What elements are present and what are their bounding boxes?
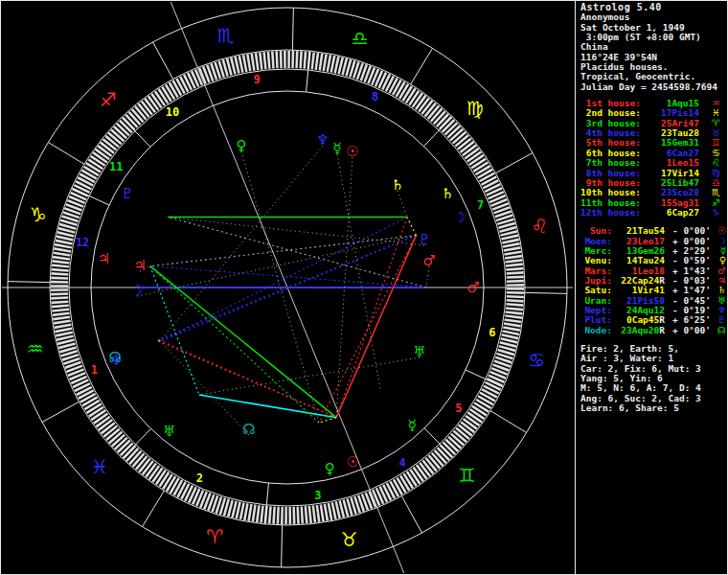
sign-glyph-aries: ♈ [206,525,223,548]
sign-glyph-virgo: ♍ [466,97,484,120]
sign-boundary [292,8,293,50]
sign-glyph-leo: ♌ [531,215,548,238]
house-cusp-value: 1Leo15 [644,158,699,168]
planet-glyph-moon: ☽ [453,209,466,226]
sign-boundary [495,153,533,173]
pointer-line-node [159,340,249,435]
house-cusp-list: 1st house:1Aqu15♒ 2nd house:17Pis14♓ 3rd… [580,99,725,218]
planet-glyph-ven: ♀ [325,460,335,477]
pointer-line-sat [398,191,407,218]
planet-glyph-displaced-sun: ☉ [346,143,358,160]
planet-glyph-plu: ♇ [121,185,133,202]
planet-glyph-displaced-merc: ☿ [332,140,341,157]
aspect-line-moon-jup [150,236,417,266]
julian-day: Julian Day = 2454598.7694 [580,82,725,92]
sign-boundary [8,282,50,283]
sign-glyph-icon: ♑ [699,208,720,218]
planet-velocity: + 0°00' [665,326,711,335]
sign-boundary [153,42,173,80]
house-number-10: 10 [166,105,179,119]
planet-glyph-displaced-moon: ☽ [130,282,143,299]
stat-row-6: Learn: 6, Share: 5 [580,403,725,413]
house-number-11: 11 [109,160,123,173]
planet-glyph-displaced-ura: ♅ [413,343,425,360]
sign-boundary [143,491,165,527]
planet-glyph-jup: ♃ [98,250,110,267]
planet-glyph-mars: ♂ [466,279,479,296]
aspect-line-moon-sat [407,218,416,236]
aspect-line-sat-nep [159,218,407,342]
sign-glyph-aquarius: ♒ [27,337,44,360]
planet-glyph-sun: ☉ [347,453,359,471]
sign-boundary [42,402,80,422]
planet-glyph-displaced-ven: ♀ [237,137,247,154]
planet-glyph-displaced-jup: ♃ [133,257,146,274]
sign-boundary [411,48,433,84]
pointer-line-ura [199,357,420,395]
planet-glyph-displaced-sat: ♄ [391,176,403,194]
chart-wheel-panel: ♈♉♊♋♌♍♎♏♐♑♒♓123456789101112☉☉☽☽☿☿♀♀♂♂♃♃♄… [0,0,575,575]
planet-glyph-merc: ☿ [408,417,417,434]
house-row-12: 12th house:6Cap27♑ [580,208,725,218]
planet-label: Node: [580,326,612,335]
sign-boundary [282,525,283,567]
planet-position: 23Aqu20R [612,326,665,335]
house-number-4: 4 [398,456,405,470]
sidebar: Astrolog 5.40 Anonymous Sat October 1, 1… [575,0,727,575]
planet-glyph-sat: ♄ [442,185,454,202]
house-row-7: 7th house:1Leo15♌ [580,158,725,168]
planet-glyph-displaced-node: ☊ [242,421,255,438]
sign-boundary [401,495,421,533]
house-label: 12th house: [580,208,644,218]
sign-glyph-scorpio: ♏ [217,24,235,47]
house-number-1: 1 [91,363,98,377]
sign-glyph-capricorn: ♑ [30,203,47,226]
aspect-line-sun-ven [319,418,336,424]
planet-glyph-displaced-nep: ♆ [316,131,329,149]
sign-glyph-gemini: ♊ [458,464,475,487]
house-number-8: 8 [372,90,378,104]
planet-row-Node: Node:23Aqu20R+ 0°00'☊ [580,326,725,335]
sign-boundary [490,411,527,433]
sign-glyph-cancer: ♋ [528,349,545,372]
pointer-line-mars [426,266,429,288]
planet-glyph-ura: ♅ [163,423,175,440]
house-number-9: 9 [253,73,260,86]
sign-boundary [48,143,84,165]
sign-boundary [525,292,567,293]
house-label: 7th house: [580,158,644,168]
astrolog-window: ♈♉♊♋♌♍♎♏♐♑♒♓123456789101112☉☉☽☽☿☿♀♀♂♂♃♃♄… [0,0,728,575]
planet-glyph-displaced-mars: ♂ [422,252,435,269]
house-row-10: 10th house:23Sco28♏ [580,188,725,197]
aspect-line-sun-jup [150,266,336,418]
planet-glyph-node: ☊ [109,349,122,366]
sign-glyph-pisces: ♓ [91,455,108,478]
sign-glyph-icon: ♌ [699,158,720,168]
aspect-line-mars-jup [150,266,426,288]
house-number-7: 7 [477,198,484,212]
house-number-5: 5 [455,402,462,415]
chart-statistics: Fire: 2, Earth: 5,Air : 3, Water: 1Car: … [580,344,725,413]
house-number-3: 3 [314,489,321,502]
planet-glyph-icon: ☊ [711,326,726,335]
aspect-line-ven-jup [150,266,319,424]
pointer-line-merc [337,154,380,390]
house-number-6: 6 [489,326,495,339]
house-number-2: 2 [196,472,203,485]
aspect-line-sun-node [159,340,337,418]
aspect-line-moon-nep [159,236,416,342]
sign-glyph-libra: ♎ [352,27,369,50]
aspect-line-moon-ven [319,236,416,424]
sign-glyph-taurus: ♉ [340,528,357,551]
planet-glyph-displaced-plu: ♇ [418,231,430,248]
chart-wheel: ♈♉♊♋♌♍♎♏♐♑♒♓123456789101112☉☉☽☽☿☿♀♀♂♂♃♃♄… [0,0,575,575]
planet-position-list: Sun:21Tau54- 0°00'☉Moon:23Leo17+ 0°00'☽M… [580,226,725,335]
sign-glyph-sagittarius: ♐ [100,88,117,111]
pointer-line-plu [168,217,424,245]
aspect-line-sun-ura [199,395,336,418]
house-number-12: 12 [76,236,89,249]
aspect-line-mars-plu [168,217,426,287]
house-cusp-value: 6Cap27 [644,208,699,218]
